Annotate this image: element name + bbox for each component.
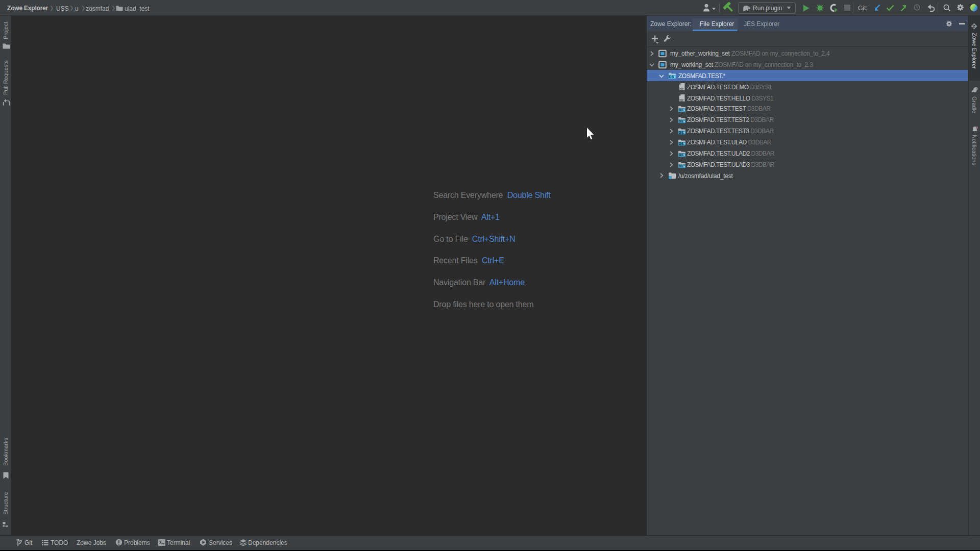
svg-text:DS: DS <box>680 88 683 90</box>
svg-text:DS: DS <box>669 75 674 79</box>
svg-text:DS: DS <box>680 99 683 102</box>
svg-text:DS: DS <box>679 142 684 145</box>
svg-text:DS: DS <box>679 119 684 123</box>
svg-text:DS: DS <box>679 153 684 157</box>
svg-text:DS: DS <box>679 108 684 112</box>
svg-text:DS: DS <box>679 164 684 168</box>
svg-text:Z: Z <box>972 23 975 29</box>
svg-text:DS: DS <box>679 131 684 134</box>
